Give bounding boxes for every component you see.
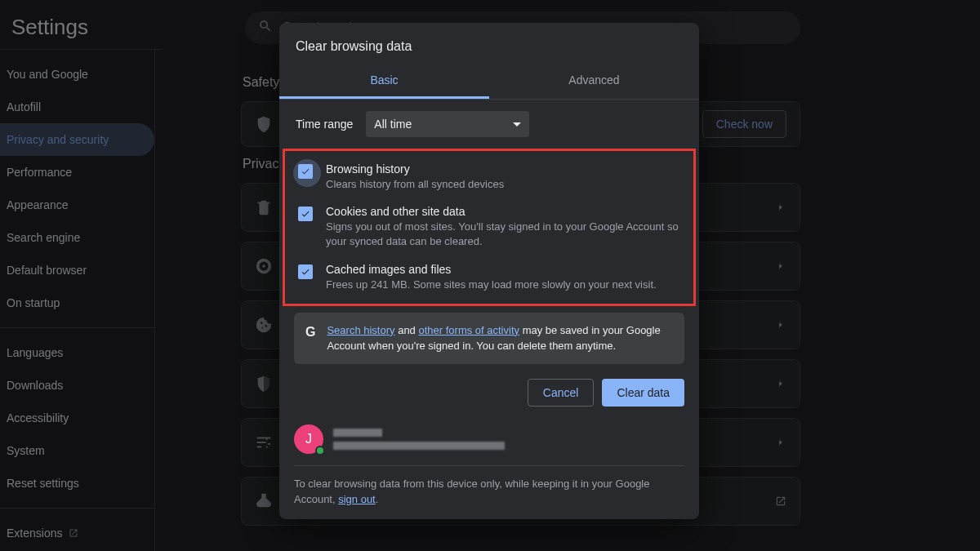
footer-text-post: . — [376, 493, 379, 505]
clear-item-title: Cached images and files — [326, 263, 657, 276]
ginfo-text-mid: and — [395, 324, 419, 336]
clear-item-row: Cached images and filesFrees up 241 MB. … — [293, 256, 688, 299]
avatar-initial: J — [305, 432, 312, 447]
account-row: J — [279, 418, 699, 465]
clear-data-button[interactable]: Clear data — [602, 379, 684, 407]
cancel-button[interactable]: Cancel — [528, 379, 595, 407]
dialog-title: Clear browsing data — [279, 23, 699, 65]
highlight-box: Browsing historyClears history from all … — [283, 149, 696, 306]
clear-item-row: Browsing historyClears history from all … — [293, 156, 688, 198]
avatar: J — [294, 424, 323, 454]
chevron-down-icon — [513, 122, 521, 127]
presence-dot-icon — [315, 446, 325, 455]
clear-item-desc: Frees up 241 MB. Some sites may load mor… — [326, 278, 657, 292]
time-range-label: Time range — [296, 118, 353, 131]
clear-browsing-data-dialog: Clear browsing data Basic Advanced Time … — [279, 23, 699, 519]
google-g-icon: G — [305, 322, 315, 342]
google-account-info: G Search history and other forms of acti… — [294, 313, 684, 364]
dialog-footer: To clear browsing data from this device … — [294, 465, 684, 508]
tab-basic[interactable]: Basic — [279, 65, 489, 99]
other-activity-link[interactable]: other forms of activity — [418, 324, 519, 336]
clear-item-desc: Clears history from all synced devices — [326, 177, 504, 192]
clear-item-desc: Signs you out of most sites. You'll stay… — [326, 220, 680, 249]
clear-item-row: Cookies and other site dataSigns you out… — [293, 198, 688, 256]
dialog-tabs: Basic Advanced — [279, 65, 699, 100]
clear-item-title: Cookies and other site data — [326, 205, 680, 218]
time-range-select[interactable]: All time — [366, 111, 529, 137]
checkbox-browsing-history[interactable] — [298, 164, 313, 179]
search-history-link[interactable]: Search history — [327, 324, 394, 336]
checkbox-cookies-and-other-site-data[interactable] — [298, 207, 313, 221]
tab-advanced[interactable]: Advanced — [489, 65, 699, 99]
redacted-account-info — [333, 429, 505, 450]
checkbox-cached-images-and-files[interactable] — [298, 264, 313, 279]
sign-out-link[interactable]: sign out — [338, 493, 376, 505]
time-range-value: All time — [374, 118, 412, 131]
clear-item-title: Browsing history — [326, 162, 504, 176]
